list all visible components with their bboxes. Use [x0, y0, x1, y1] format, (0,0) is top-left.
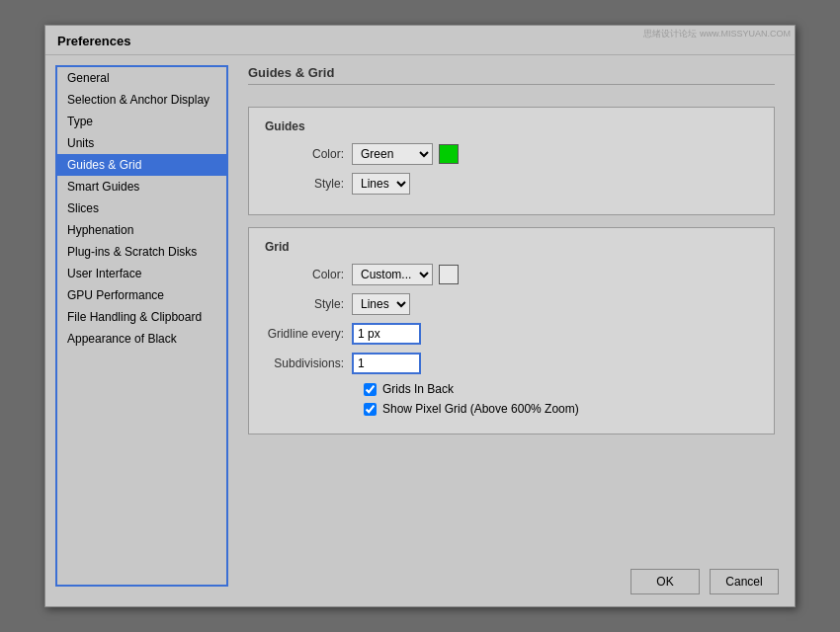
- gridline-label: Gridline every:: [265, 327, 344, 341]
- subdivisions-row: Subdivisions:: [265, 353, 758, 374]
- guides-color-row: Color: Green Cyan Magenta Yellow Red Blu…: [265, 143, 758, 165]
- grid-color-select[interactable]: Custom... Green Cyan Magenta: [352, 264, 433, 285]
- show-pixel-grid-row: Show Pixel Grid (Above 600% Zoom): [364, 402, 758, 416]
- cancel-button[interactable]: Cancel: [710, 569, 779, 594]
- grid-style-select[interactable]: Lines Dots: [352, 293, 410, 315]
- grid-style-label: Style:: [265, 297, 344, 311]
- sidebar-item-units[interactable]: Units: [57, 132, 226, 154]
- sidebar: GeneralSelection & Anchor DisplayTypeUni…: [55, 65, 228, 587]
- sidebar-item-smart-guides[interactable]: Smart Guides: [57, 176, 226, 198]
- sidebar-item-gpu-performance[interactable]: GPU Performance: [57, 284, 226, 306]
- sidebar-item-user-interface[interactable]: User Interface: [57, 263, 226, 284]
- grid-color-swatch[interactable]: [439, 265, 459, 284]
- guides-color-select[interactable]: Green Cyan Magenta Yellow Red Blue Custo…: [352, 143, 433, 165]
- guides-title: Guides: [265, 119, 758, 133]
- main-content: Guides & Grid Guides Color: Green Cyan M…: [228, 55, 795, 596]
- grids-in-back-row: Grids In Back: [364, 382, 758, 396]
- sidebar-item-guides-grid[interactable]: Guides & Grid: [57, 154, 226, 176]
- sidebar-item-selection-anchor-display[interactable]: Selection & Anchor Display: [57, 89, 226, 111]
- sidebar-item-hyphenation[interactable]: Hyphenation: [57, 219, 226, 241]
- sidebar-item-general[interactable]: General: [57, 67, 226, 89]
- subdivisions-input[interactable]: [352, 353, 421, 374]
- show-pixel-grid-label: Show Pixel Grid (Above 600% Zoom): [382, 402, 579, 416]
- gridline-row: Gridline every:: [265, 323, 758, 345]
- watermark: 思绪设计论坛 www.MISSYUAN.COM: [643, 28, 791, 40]
- section-heading: Guides & Grid: [248, 65, 775, 85]
- subdivisions-label: Subdivisions:: [265, 356, 344, 370]
- grid-title: Grid: [265, 240, 758, 254]
- sidebar-item-file-handling[interactable]: File Handling & Clipboard: [57, 306, 226, 328]
- ok-button[interactable]: OK: [630, 569, 700, 594]
- guides-style-label: Style:: [265, 177, 344, 191]
- gridline-input[interactable]: [352, 323, 421, 345]
- sidebar-item-plugins-scratch[interactable]: Plug-ins & Scratch Disks: [57, 241, 226, 263]
- guides-style-row: Style: Lines Dots: [265, 173, 758, 195]
- guides-section: Guides Color: Green Cyan Magenta Yellow …: [248, 107, 775, 215]
- preferences-dialog: 思绪设计论坛 www.MISSYUAN.COM Preferences Gene…: [44, 25, 796, 607]
- sidebar-item-slices[interactable]: Slices: [57, 198, 226, 219]
- grid-color-label: Color:: [265, 268, 344, 281]
- grid-section: Grid Color: Custom... Green Cyan Magenta…: [248, 227, 775, 434]
- show-pixel-grid-checkbox[interactable]: [364, 403, 377, 416]
- sidebar-item-type[interactable]: Type: [57, 111, 226, 132]
- grid-style-row: Style: Lines Dots: [265, 293, 758, 315]
- guides-color-swatch[interactable]: [439, 144, 459, 164]
- guides-color-label: Color:: [265, 147, 344, 161]
- grids-in-back-label: Grids In Back: [382, 382, 454, 396]
- grid-color-row: Color: Custom... Green Cyan Magenta: [265, 264, 758, 285]
- dialog-footer: OK Cancel: [630, 569, 779, 594]
- sidebar-item-appearance-black[interactable]: Appearance of Black: [57, 328, 226, 350]
- guides-style-select[interactable]: Lines Dots: [352, 173, 410, 195]
- grids-in-back-checkbox[interactable]: [364, 383, 377, 396]
